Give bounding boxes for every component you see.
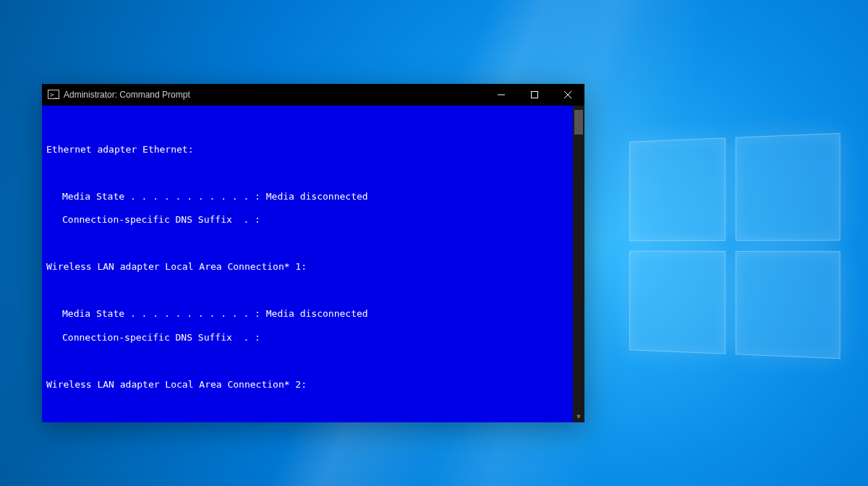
svg-text:>_: >_	[50, 91, 58, 98]
maximize-button[interactable]	[518, 84, 551, 106]
output-line: Connection-specific DNS Suffix . :	[46, 332, 580, 344]
svg-rect-3	[532, 92, 538, 98]
output-line: Media State . . . . . . . . . . . : Medi…	[46, 191, 580, 202]
window-title: Administrator: Command Prompt	[64, 90, 190, 100]
section-header: Ethernet adapter Ethernet:	[46, 144, 580, 155]
titlebar[interactable]: >_ Administrator: Command Prompt	[42, 84, 584, 106]
scroll-down-icon[interactable]: ▼	[573, 411, 584, 422]
output-line: Connection-specific DNS Suffix . :	[46, 214, 580, 226]
cmd-icon: >_	[48, 89, 59, 101]
terminal-output[interactable]: Ethernet adapter Ethernet: Media State .…	[42, 106, 584, 422]
minimize-button[interactable]	[485, 84, 518, 106]
close-button[interactable]	[551, 84, 584, 106]
scrollbar-thumb[interactable]	[574, 110, 583, 135]
scrollbar[interactable]: ▲ ▼	[573, 106, 584, 422]
section-header: Wireless LAN adapter Local Area Connecti…	[46, 261, 580, 273]
output-line: Media State . . . . . . . . . . . : Medi…	[46, 308, 580, 320]
windows-logo	[629, 133, 841, 359]
section-header: Wireless LAN adapter Local Area Connecti…	[46, 379, 580, 391]
command-prompt-window: >_ Administrator: Command Prompt Etherne…	[42, 84, 584, 422]
